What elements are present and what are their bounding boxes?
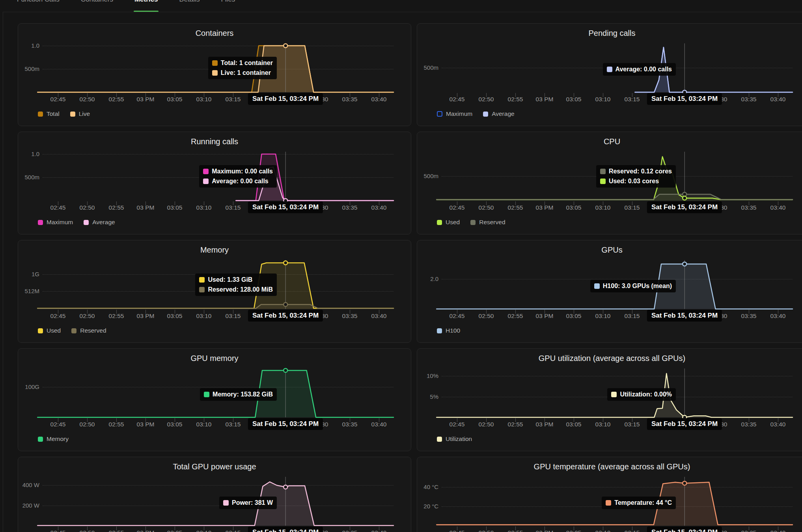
tooltip-row: Total: 1 container bbox=[212, 60, 273, 67]
legend: Utilization bbox=[437, 435, 472, 443]
legend-item-maximum[interactable]: Maximum bbox=[437, 110, 472, 117]
hover-marker bbox=[683, 262, 686, 266]
tooltip-swatch bbox=[204, 392, 209, 397]
legend-item-h100[interactable]: H100 bbox=[437, 327, 460, 334]
time-tooltip: Sat Feb 15, 03:24 PM bbox=[647, 93, 722, 105]
legend-swatch bbox=[84, 220, 89, 225]
series-tooltip: Utilization: 0.00% bbox=[607, 388, 676, 401]
legend-label: Memory bbox=[47, 435, 69, 443]
legend-label: H100 bbox=[446, 327, 460, 334]
legend-swatch bbox=[38, 220, 43, 225]
legend-item-average[interactable]: Average bbox=[483, 110, 514, 117]
tooltip-swatch bbox=[606, 500, 611, 506]
legend-item-used[interactable]: Used bbox=[437, 219, 460, 226]
legend-label: Maximum bbox=[47, 219, 73, 226]
chart-card-gpu-memory: GPU memory100G02:4502:5002:5503 PM03:050… bbox=[18, 348, 411, 451]
tab-files[interactable]: Files bbox=[221, 0, 235, 12]
tooltip-row: Utilization: 0.00% bbox=[611, 391, 672, 398]
tooltip-text: Reserved: 128.00 MiB bbox=[208, 286, 273, 293]
tooltip-row: Temperature: 44 °C bbox=[606, 499, 672, 506]
legend-item-reserved[interactable]: Reserved bbox=[71, 327, 106, 334]
hover-marker bbox=[283, 261, 287, 265]
legend-item-used[interactable]: Used bbox=[38, 327, 61, 334]
legend: H100 bbox=[437, 327, 460, 334]
legend-swatch bbox=[70, 112, 75, 117]
legend-swatch bbox=[38, 112, 43, 117]
legend-swatch bbox=[38, 437, 43, 442]
legend-item-live[interactable]: Live bbox=[70, 110, 90, 117]
series-line-power bbox=[37, 482, 394, 526]
series-tooltip: Temperature: 44 °C bbox=[602, 497, 676, 509]
chart-card-running-calls: Running calls1.0500m02:4502:5002:5503 PM… bbox=[18, 132, 411, 234]
legend-label: Reserved bbox=[80, 327, 106, 334]
tooltip-swatch bbox=[212, 70, 218, 76]
chart-card-gpu-temperature: GPU temperature (average across all GPUs… bbox=[417, 457, 802, 532]
time-tooltip: Sat Feb 15, 03:24 PM bbox=[248, 201, 323, 213]
chart-card-containers: Containers1.0500m02:4502:5002:5503 PM03:… bbox=[18, 23, 411, 126]
tooltip-swatch bbox=[203, 179, 209, 184]
legend-item-utilization[interactable]: Utilization bbox=[437, 435, 472, 443]
legend-swatch bbox=[38, 328, 43, 333]
tooltip-text: Reserved: 0.12 cores bbox=[609, 168, 672, 175]
time-tooltip: Sat Feb 15, 03:24 PM bbox=[647, 526, 722, 532]
tooltip-text: Temperature: 44 °C bbox=[614, 499, 672, 506]
legend-item-total[interactable]: Total bbox=[38, 110, 60, 117]
tooltip-row: Live: 1 container bbox=[212, 69, 273, 76]
series-line-reserved bbox=[436, 194, 793, 200]
tooltip-swatch bbox=[212, 60, 218, 66]
tooltip-text: H100: 3.0 GPUs (mean) bbox=[603, 283, 672, 290]
tab-containers[interactable]: Containers bbox=[81, 0, 113, 12]
series-tooltip: Average: 0.00 calls bbox=[603, 63, 676, 76]
legend-item-average[interactable]: Average bbox=[84, 219, 115, 226]
tooltip-swatch bbox=[199, 277, 205, 283]
legend-swatch bbox=[483, 112, 488, 117]
legend-label: Utilization bbox=[446, 435, 472, 443]
legend-label: Average bbox=[92, 219, 115, 226]
legend: UsedReserved bbox=[38, 327, 106, 334]
chart-card-gpus: GPUs2.002:4502:5002:5503 PM03:0503:1003:… bbox=[417, 240, 802, 343]
tab-function-calls[interactable]: Function Calls bbox=[17, 0, 60, 12]
legend-label: Used bbox=[446, 219, 460, 226]
legend-swatch bbox=[437, 328, 442, 333]
series-tooltip: Power: 381 W bbox=[219, 497, 277, 509]
legend-swatch bbox=[470, 220, 476, 225]
chart-plot-area[interactable] bbox=[417, 457, 802, 532]
series-tooltip: Total: 1 containerLive: 1 container bbox=[208, 57, 277, 79]
chart-card-gpu-utilization: GPU utilization (average across all GPUs… bbox=[417, 348, 802, 451]
chart-plot-area[interactable] bbox=[18, 457, 410, 532]
tab-metrics[interactable]: Metrics bbox=[134, 0, 158, 12]
legend-label: Average bbox=[492, 110, 514, 117]
time-tooltip: Sat Feb 15, 03:24 PM bbox=[248, 418, 323, 430]
tooltip-swatch bbox=[600, 169, 606, 174]
tooltip-swatch bbox=[199, 287, 205, 292]
time-tooltip: Sat Feb 15, 03:24 PM bbox=[647, 418, 722, 430]
legend: Memory bbox=[38, 435, 69, 443]
tooltip-swatch bbox=[607, 67, 612, 72]
legend-item-reserved[interactable]: Reserved bbox=[470, 219, 505, 226]
legend-item-maximum[interactable]: Maximum bbox=[38, 219, 73, 226]
legend-item-memory[interactable]: Memory bbox=[38, 435, 69, 443]
tooltip-swatch bbox=[611, 392, 617, 397]
tooltip-swatch bbox=[594, 283, 600, 289]
series-area bbox=[37, 482, 394, 526]
time-tooltip: Sat Feb 15, 03:24 PM bbox=[248, 526, 323, 532]
tab-details[interactable]: Details bbox=[179, 0, 200, 12]
tooltip-text: Average: 0.00 calls bbox=[615, 66, 672, 73]
tooltip-text: Used: 0.03 cores bbox=[609, 178, 659, 185]
tooltip-text: Used: 1.33 GiB bbox=[208, 276, 252, 283]
tooltip-row: Memory: 153.82 GiB bbox=[204, 391, 273, 398]
legend-swatch bbox=[437, 111, 442, 117]
hover-marker bbox=[283, 485, 287, 489]
series-tooltip: Memory: 153.82 GiB bbox=[200, 388, 277, 401]
chart-card-memory: Memory1G512M02:4502:5002:5503 PM03:0503:… bbox=[18, 240, 411, 343]
legend-swatch bbox=[71, 328, 76, 333]
tooltip-text: Live: 1 container bbox=[221, 69, 271, 76]
legend-label: Total bbox=[47, 110, 60, 117]
tooltip-text: Utilization: 0.00% bbox=[620, 391, 672, 398]
legend-swatch bbox=[437, 220, 442, 225]
tooltip-row: Average: 0.00 calls bbox=[607, 66, 672, 73]
legend-label: Reserved bbox=[479, 219, 505, 226]
content-left-border bbox=[3, 12, 3, 532]
legend: MaximumAverage bbox=[38, 219, 115, 226]
tooltip-row: Reserved: 128.00 MiB bbox=[199, 286, 273, 293]
